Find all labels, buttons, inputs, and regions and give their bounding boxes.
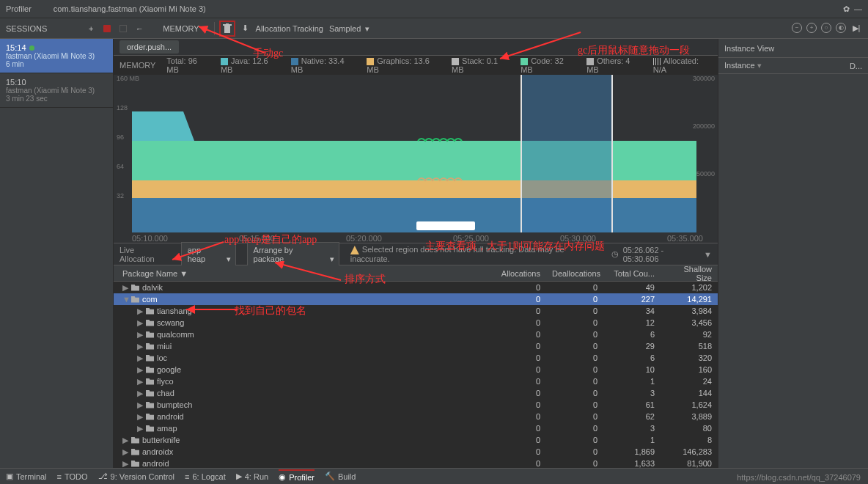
- separator: [214, 22, 215, 35]
- table-header: Package Name ▼ Allocations Deallocations…: [114, 265, 718, 282]
- expander-icon[interactable]: ▶: [122, 436, 128, 445]
- table-row[interactable]: ▶ dalvik00491,202: [114, 282, 718, 293]
- filter-icon[interactable]: ▼: [704, 250, 712, 259]
- table-row[interactable]: ▶ flyco00124: [114, 375, 718, 387]
- time-selection[interactable]: [521, 75, 613, 232]
- col-deallocations[interactable]: Deallocations: [546, 269, 603, 278]
- arrange-selector[interactable]: Arrange by package: [247, 242, 339, 267]
- expander-icon[interactable]: ▶: [137, 307, 143, 316]
- col-total[interactable]: Total Cou...: [603, 269, 661, 278]
- tab-todo[interactable]: ≡ TODO: [57, 472, 88, 481]
- cell-shallow: 24: [661, 377, 718, 386]
- zoom-out-icon[interactable]: −: [792, 23, 802, 33]
- table-row[interactable]: ▶ qualcomm00692: [114, 329, 718, 340]
- expander-icon[interactable]: ▶: [137, 424, 143, 433]
- cell-alloc: 0: [489, 295, 546, 304]
- package-name: androidx: [142, 447, 173, 456]
- tracking-warning: Selected region does not have full track…: [350, 245, 600, 263]
- expander-icon[interactable]: ▶: [122, 459, 128, 469]
- capture-heap-icon[interactable]: ⬇: [240, 23, 251, 34]
- cell-shallow: 81,900: [661, 459, 718, 468]
- table-row[interactable]: ▶ scwang00123,456: [114, 317, 718, 329]
- cell-alloc: 0: [489, 330, 546, 339]
- zoom-selection-icon[interactable]: ◐: [836, 23, 846, 33]
- add-session-icon[interactable]: +: [85, 23, 97, 34]
- expander-icon[interactable]: ▶: [137, 318, 143, 328]
- instance-column-2[interactable]: D...: [850, 62, 862, 70]
- tab-build[interactable]: 🔨 Build: [325, 472, 356, 481]
- zoom-in-icon[interactable]: +: [806, 23, 817, 33]
- legend-total: Total: 96 MB: [166, 56, 210, 74]
- session-item[interactable]: 15:10 fastman (Xiaomi Mi Note 3) 3 min 2…: [0, 73, 113, 108]
- minimize-icon[interactable]: —: [854, 4, 862, 14]
- back-icon[interactable]: ←: [133, 23, 145, 34]
- package-name: loc: [157, 353, 167, 362]
- table-row[interactable]: ▶ google0010160: [114, 364, 718, 375]
- table-row[interactable]: ▶ android001,63381,900: [114, 458, 718, 468]
- expander-icon[interactable]: ▶: [137, 330, 143, 340]
- instance-column[interactable]: Instance ▾: [724, 61, 762, 70]
- session-item[interactable]: 15:14 fastman (Xiaomi Mi Note 3) 6 min: [0, 39, 113, 73]
- heap-selector[interactable]: app heap: [181, 242, 236, 267]
- table-row[interactable]: ▶ android00623,889: [114, 411, 718, 422]
- reset-zoom-icon[interactable]: ○: [821, 23, 831, 33]
- cell-alloc: 0: [489, 424, 546, 433]
- col-shallow[interactable]: Shallow Size: [661, 265, 718, 282]
- expander-icon[interactable]: ▶: [122, 283, 128, 293]
- table-row[interactable]: ▶ loc006320: [114, 352, 718, 364]
- expander-icon[interactable]: ▶: [122, 447, 128, 457]
- package-name: dalvik: [142, 283, 163, 292]
- expander-icon[interactable]: ▶: [137, 389, 143, 398]
- folder-icon: [146, 378, 154, 385]
- cell-dealloc: 0: [546, 400, 603, 409]
- expander-icon[interactable]: ▼: [122, 295, 128, 304]
- col-package-name[interactable]: Package Name ▼: [114, 269, 489, 278]
- record-icon[interactable]: [101, 23, 113, 34]
- memory-chart[interactable]: 160 MB 128 96 64 32 300000 200000 150000…: [114, 75, 718, 243]
- table-row[interactable]: ▶ chad003144: [114, 387, 718, 399]
- stop-icon[interactable]: [117, 23, 129, 34]
- breadcrumb-item[interactable]: order.push...: [119, 40, 179, 54]
- expander-icon[interactable]: ▶: [137, 365, 143, 375]
- watermark: https://blog.csdn.net/qq_37246079: [737, 473, 861, 482]
- table-row[interactable]: ▼ com0022714,291: [114, 293, 718, 305]
- cell-total: 29: [603, 342, 661, 351]
- sampled-selector[interactable]: Sampled: [328, 23, 371, 34]
- cell-dealloc: 0: [546, 307, 603, 315]
- cell-total: 61: [603, 400, 661, 409]
- col-allocations[interactable]: Allocations: [489, 269, 546, 278]
- package-name: android: [142, 459, 169, 468]
- memory-selector[interactable]: MEMORY: [161, 23, 209, 34]
- tab-version-control[interactable]: ⎇ 9: Version Control: [98, 472, 174, 481]
- tab-run[interactable]: ▶ 4: Run: [236, 472, 268, 481]
- tab-logcat[interactable]: ≡ 6: Logcat: [185, 472, 226, 481]
- table-row[interactable]: ▶ butterknife0018: [114, 434, 718, 446]
- table-row[interactable]: ▶ androidx001,869146,283: [114, 446, 718, 458]
- expander-icon[interactable]: ▶: [137, 412, 143, 422]
- expander-icon[interactable]: ▶: [137, 400, 143, 410]
- main-panel: order.push... MEMORY Total: 96 MB Java: …: [114, 39, 718, 468]
- folder-icon: [146, 414, 154, 420]
- table-row[interactable]: ▶ miui0029518: [114, 340, 718, 352]
- tab-terminal[interactable]: ▣ Terminal: [6, 472, 47, 481]
- expander-icon[interactable]: ▶: [137, 353, 143, 363]
- table-row[interactable]: ▶ tianshang00343,984: [114, 305, 718, 317]
- cell-shallow: 80: [661, 424, 718, 433]
- settings-icon[interactable]: ✿: [843, 4, 850, 14]
- package-name: com: [142, 295, 158, 304]
- live-allocation-label: Live Allocation: [119, 246, 170, 263]
- allocation-table: Package Name ▼ Allocations Deallocations…: [114, 265, 718, 468]
- tool-tab[interactable]: Profiler: [6, 4, 32, 13]
- expander-icon[interactable]: ▶: [137, 377, 143, 386]
- table-row[interactable]: ▶ amap00380: [114, 422, 718, 434]
- force-gc-button[interactable]: [219, 21, 235, 37]
- table-row[interactable]: ▶ bumptech00611,624: [114, 399, 718, 411]
- folder-icon: [131, 449, 139, 455]
- cell-total: 227: [603, 295, 661, 304]
- tab-profiler[interactable]: ◉ Profiler: [279, 469, 315, 482]
- cell-alloc: 0: [489, 412, 546, 421]
- package-name: amap: [157, 424, 177, 433]
- live-icon[interactable]: ▶|: [850, 23, 862, 34]
- cell-dealloc: 0: [546, 412, 603, 421]
- expander-icon[interactable]: ▶: [137, 342, 143, 351]
